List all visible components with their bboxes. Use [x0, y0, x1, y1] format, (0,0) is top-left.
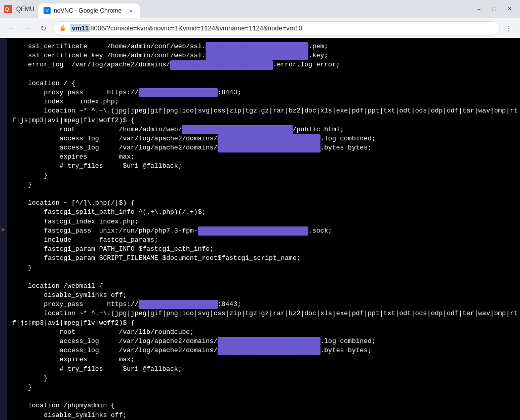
terminal-line-8: f|js|mp3|avi|mpeg|flv|woff2)$ { — [12, 117, 135, 124]
terminal-line-14: } — [12, 172, 48, 179]
terminal-line-4: location / { — [12, 80, 75, 87]
browser-window: Q QEMU V noVNC - Google Chrome ✕ − □ ✕ ←… — [0, 0, 520, 420]
terminal-line-36: location /phpmyadmin { — [12, 402, 115, 409]
qemu-app-icon: Q — [4, 5, 12, 13]
redacted-domain-1: ██████████████████████████ — [170, 60, 273, 69]
terminal-line-15: } — [12, 181, 32, 188]
title-bar: Q QEMU V noVNC - Google Chrome ✕ − □ ✕ — [0, 0, 520, 18]
redacted-ssl-key: ██████████████████████████ — [206, 51, 308, 60]
redacted-domain-2a: ██████████████████████████ — [218, 134, 321, 143]
terminal-line-blank-3 — [12, 273, 16, 281]
terminal-line-blank-2 — [12, 190, 16, 198]
terminal-output[interactable]: ssl_certificate /home/admin/conf/web/ssl… — [7, 38, 520, 420]
tab-close-button[interactable]: ✕ — [127, 7, 135, 15]
terminal-line-18: fastcgi_index index.php; — [12, 218, 139, 225]
terminal-line-21: fastcgi_param PATH_INFO $fastcgi_path_in… — [12, 245, 214, 253]
terminal-line-23: } — [12, 264, 32, 272]
terminal-line-blank-4 — [12, 393, 16, 400]
terminal-line-29: root /var/lib/roundcube; — [12, 328, 194, 336]
tab-strip: V noVNC - Google Chrome ✕ — [38, 0, 468, 18]
active-tab[interactable]: V noVNC - Google Chrome ✕ — [38, 4, 140, 18]
svg-text:Q: Q — [5, 7, 9, 12]
terminal-line-37: disable_symlinks off; — [12, 411, 127, 419]
terminal-line-25: disable_symlinks off; — [12, 291, 127, 299]
window-controls: − □ ✕ — [472, 5, 516, 14]
url-bar[interactable]: 🔒 vm118006/?console=kvm&novnc=1&vmid=112… — [53, 21, 500, 35]
tab-favicon: V — [44, 7, 51, 14]
terminal-line-16: location ~ [^/]\.php(/|$) { — [12, 199, 135, 207]
terminal-line-27: location ~* ^.+\.(jpg|jpeg|gif|png|ico|s… — [12, 310, 518, 317]
url-path: 8006/?console=kvm&novnc=1&vmid=1124&vmna… — [90, 24, 302, 32]
address-bar: ← → ↻ 🔒 vm118006/?console=kvm&novnc=1&vm… — [0, 18, 520, 38]
terminal-line-30: access_log /var/log/apache2/domains/████… — [12, 337, 376, 345]
terminal-line-28: f|js|mp3|avi|mpeg|flv|woff2)$ { — [12, 319, 135, 327]
tab-title: noVNC - Google Chrome — [54, 7, 124, 14]
terminal-line-13: # try_files $uri @fallback; — [12, 162, 182, 170]
terminal-line-1: ssl_certificate /home/admin/conf/web/ssl… — [12, 43, 328, 50]
terminal-line-35: } — [12, 384, 32, 391]
terminal-line-17: fastcgi_split_path_info ^(.+\.php)(/.+)$… — [12, 208, 206, 216]
redacted-proxy: ████████████████████ — [139, 88, 218, 97]
terminal-line-3: error_log /var/log/apache2/domains/█████… — [12, 61, 340, 68]
redacted-webroot: ████████████████████████████ — [182, 125, 292, 134]
redacted-domain-2b: ██████████████████████████ — [218, 143, 321, 152]
app-name-label: QEMU — [16, 6, 34, 13]
terminal-line-24: location /webmail { — [12, 282, 103, 290]
terminal-line-2: ssl_certificate_key /home/admin/conf/web… — [12, 52, 328, 59]
terminal-line-32: expires max; — [12, 356, 135, 363]
redacted-ssl-cert: ██████████████████████████ — [206, 42, 308, 51]
terminal-line-11: access_log /var/log/apache2/domains/████… — [12, 144, 372, 151]
close-button[interactable]: ✕ — [503, 5, 516, 14]
minimize-button[interactable]: − — [472, 5, 486, 14]
content-area: ▶ ssl_certificate /home/admin/conf/web/s… — [0, 38, 520, 420]
terminal-line-34: } — [12, 374, 48, 382]
terminal-line-12: expires max; — [12, 153, 135, 161]
terminal-line-19: fastcgi_pass unix:/run/php/php7.3-fpm-██… — [12, 227, 332, 235]
sidebar-handle[interactable]: ▶ — [0, 38, 7, 420]
terminal-line-blank-1 — [12, 70, 16, 78]
terminal-line-10: access_log /var/log/apache2/domains/████… — [12, 135, 376, 142]
terminal-line-22: fastcgi_param SCRIPT_FILENAME $document_… — [12, 254, 301, 262]
title-bar-left: Q QEMU — [4, 5, 34, 13]
terminal-line-31: access_log /var/log/apache2/domains/████… — [12, 347, 372, 354]
terminal-line-20: include fastcgi_params; — [12, 236, 158, 244]
redacted-fpm-sock: ████████████████████████████ — [198, 226, 308, 236]
terminal-line-5: proxy_pass https://████████████████████:… — [12, 89, 241, 96]
url-host: vm11 — [70, 24, 90, 32]
redacted-domain-3a: ██████████████████████████ — [218, 337, 321, 346]
refresh-button[interactable]: ↻ — [36, 21, 51, 35]
maximize-button[interactable]: □ — [488, 5, 501, 14]
terminal-line-9: root /home/admin/web/███████████████████… — [12, 126, 344, 133]
terminal-line-7: location ~* ^.+\.(jpg|jpeg|gif|png|ico|s… — [12, 107, 518, 114]
lock-icon: 🔒 — [59, 25, 66, 31]
terminal-line-6: index index.php; — [12, 98, 119, 105]
redacted-domain-3b: ██████████████████████████ — [218, 346, 321, 355]
url-text: vm118006/?console=kvm&novnc=1&vmid=1124&… — [70, 24, 493, 32]
chrome-menu-button[interactable]: ⋮ — [502, 21, 516, 35]
back-button[interactable]: ← — [4, 21, 18, 35]
redacted-proxy-2: ████████████████████ — [139, 300, 218, 309]
forward-button[interactable]: → — [20, 21, 34, 35]
terminal-line-26: proxy_pass https://████████████████████:… — [12, 300, 241, 308]
terminal-line-33: # try_files $uri @fallback; — [12, 365, 182, 373]
